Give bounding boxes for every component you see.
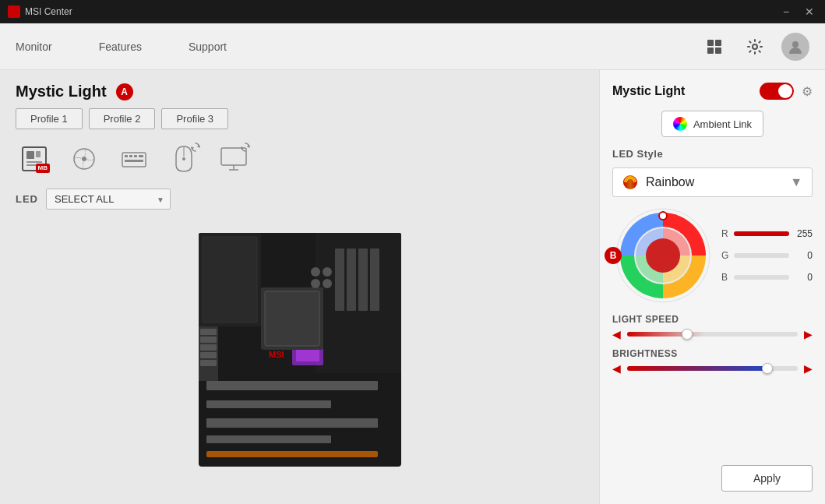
ambient-link-container: Ambient Link	[612, 111, 813, 137]
brightness-right-arrow[interactable]: ▶	[804, 362, 813, 375]
svg-rect-3	[715, 48, 721, 54]
svg-point-20	[182, 157, 185, 160]
badge-b: B	[605, 247, 622, 264]
light-speed-slider-row: ◀ ▶	[612, 328, 813, 340]
svg-rect-18	[125, 160, 143, 162]
led-style-chevron-icon: ▼	[790, 175, 802, 189]
brightness-slider-row: ◀ ▶	[612, 362, 813, 375]
r-label: R	[721, 228, 729, 239]
ambient-link-label: Ambient Link	[693, 118, 752, 130]
svg-point-61	[659, 212, 667, 220]
light-speed-slider-container[interactable]	[627, 329, 798, 340]
app-title: MSI Center	[25, 6, 72, 17]
settings-button[interactable]	[741, 33, 769, 61]
nav-features[interactable]: Features	[99, 37, 142, 57]
titlebar: MSI Center − ✕	[0, 0, 825, 23]
right-panel-title: Mystic Light	[612, 84, 685, 98]
devices-row: MB	[16, 140, 583, 178]
light-speed-thumb[interactable]	[682, 329, 693, 340]
apply-section: Apply	[612, 457, 813, 492]
apply-button[interactable]: Apply	[721, 465, 813, 492]
board-image-area: MSI	[16, 217, 583, 482]
b-value: 0	[794, 272, 813, 283]
nav-monitor[interactable]: Monitor	[16, 37, 52, 57]
close-button[interactable]: ✕	[802, 6, 817, 17]
profile-1-tab[interactable]: Profile 1	[16, 108, 83, 129]
light-speed-left-arrow[interactable]: ◀	[612, 328, 621, 340]
sync-icon-monitor	[240, 142, 251, 153]
led-select-row: LED SELECT ALL EZ Debug LED Back I/O Fro…	[16, 189, 583, 210]
led-style-value: Rainbow	[646, 175, 694, 189]
nav-support[interactable]: Support	[189, 37, 227, 57]
svg-rect-17	[139, 155, 143, 157]
minimize-button[interactable]: −	[778, 6, 794, 17]
ambient-link-button[interactable]: Ambient Link	[661, 111, 763, 137]
motherboard-image: MSI	[175, 225, 425, 474]
svg-rect-48	[200, 337, 217, 343]
svg-rect-47	[200, 329, 217, 335]
svg-rect-16	[134, 155, 137, 157]
right-header-controls: ⚙	[760, 83, 813, 100]
device-monitor[interactable]	[215, 140, 252, 178]
device-fan[interactable]	[65, 140, 103, 178]
svg-point-54	[311, 279, 320, 288]
g-label: G	[721, 250, 729, 261]
r-bar	[734, 231, 789, 236]
msi-logo-icon	[8, 5, 20, 18]
brightness-thumb[interactable]	[762, 363, 773, 374]
b-slider-row: B 0	[721, 272, 813, 283]
svg-point-4	[753, 44, 757, 49]
svg-rect-41	[206, 400, 331, 408]
user-avatar-button[interactable]	[781, 33, 809, 61]
svg-point-60	[646, 238, 680, 273]
svg-rect-0	[707, 40, 714, 46]
svg-rect-40	[206, 381, 378, 390]
main-content: Mystic Light A Profile 1 Profile 2 Profi…	[0, 70, 825, 504]
grid-view-button[interactable]	[700, 33, 728, 61]
brightness-slider-container[interactable]	[627, 363, 798, 374]
nav-links: Monitor Features Support	[16, 37, 227, 57]
profile-3-tab[interactable]: Profile 3	[161, 108, 228, 129]
led-select-wrapper[interactable]: SELECT ALL EZ Debug LED Back I/O Front H…	[46, 189, 171, 210]
mystic-light-settings-icon[interactable]: ⚙	[802, 84, 813, 99]
g-bar	[734, 253, 789, 258]
r-value: 255	[794, 228, 813, 239]
titlebar-controls: − ✕	[778, 6, 817, 17]
svg-rect-2	[707, 48, 714, 54]
g-value: 0	[794, 250, 813, 261]
device-mouse[interactable]	[165, 140, 203, 178]
mystic-light-toggle[interactable]	[760, 83, 794, 100]
brightness-label: BRIGHTNESS	[612, 348, 813, 359]
navbar: Monitor Features Support	[0, 23, 825, 70]
g-slider-row: G 0	[721, 250, 813, 261]
light-speed-label: LIGHT SPEED	[612, 314, 813, 325]
svg-text:MSI: MSI	[269, 350, 284, 359]
keyboard-icon	[120, 145, 148, 173]
settings-icon	[747, 39, 763, 55]
badge-a: A	[116, 83, 133, 100]
brightness-left-arrow[interactable]: ◀	[612, 362, 621, 375]
led-select[interactable]: SELECT ALL EZ Debug LED Back I/O Front H…	[46, 189, 171, 210]
device-motherboard[interactable]: MB	[16, 140, 53, 178]
r-fill	[734, 231, 789, 236]
right-header: Mystic Light ⚙	[612, 83, 813, 100]
color-wheel[interactable]	[612, 205, 714, 306]
svg-point-12	[82, 157, 86, 161]
right-panel: Mystic Light ⚙ Ambient Link LED Style	[599, 70, 825, 504]
profile-2-tab[interactable]: Profile 2	[89, 108, 156, 129]
led-label: LED	[16, 193, 38, 205]
light-speed-right-arrow[interactable]: ▶	[804, 328, 813, 340]
svg-rect-38	[358, 248, 368, 311]
b-label: B	[721, 272, 729, 283]
light-speed-section: LIGHT SPEED ◀ ▶	[612, 314, 813, 340]
svg-rect-42	[206, 418, 378, 428]
device-keyboard[interactable]	[115, 140, 153, 178]
svg-rect-30	[203, 237, 257, 322]
led-style-left: Rainbow	[622, 174, 694, 190]
svg-rect-45	[206, 451, 378, 457]
mb-badge: MB	[36, 164, 50, 173]
led-style-dropdown[interactable]: Rainbow ▼	[612, 167, 813, 197]
sync-icon	[190, 142, 201, 153]
svg-rect-37	[347, 248, 356, 311]
led-style-label: LED Style	[612, 148, 813, 160]
